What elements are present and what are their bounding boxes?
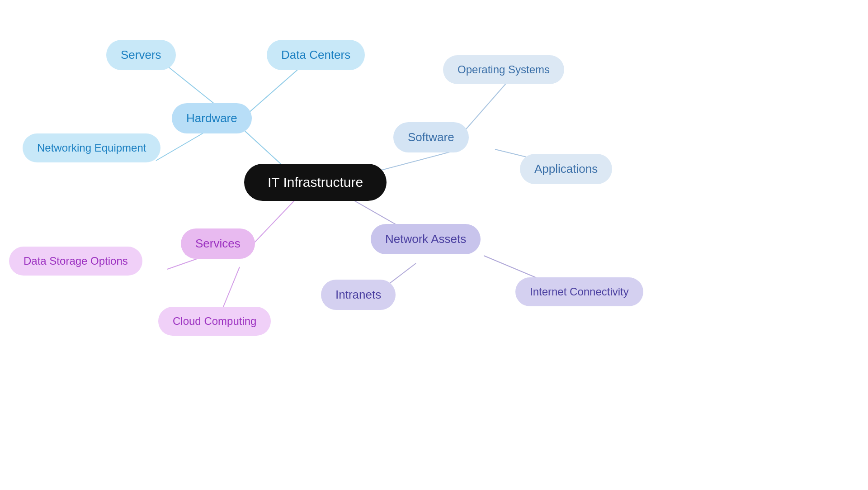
intranets-node: Intranets xyxy=(321,280,396,310)
datacenters-node: Data Centers xyxy=(267,40,365,70)
networkassets-node: Network Assets xyxy=(371,224,481,254)
svg-line-5 xyxy=(460,81,509,136)
servers-node: Servers xyxy=(106,40,176,70)
software-node: Software xyxy=(393,122,469,152)
datastorage-node: Data Storage Options xyxy=(9,247,142,276)
os-node: Operating Systems xyxy=(443,55,564,84)
hardware-node: Hardware xyxy=(172,103,252,133)
services-node: Services xyxy=(181,228,255,259)
center-node: IT Infrastructure xyxy=(244,164,387,201)
networking-node: Networking Equipment xyxy=(23,133,160,162)
svg-line-3 xyxy=(156,130,208,161)
svg-line-2 xyxy=(244,64,304,117)
internet-node: Internet Connectivity xyxy=(515,277,643,306)
cloud-node: Cloud Computing xyxy=(158,307,271,336)
applications-node: Applications xyxy=(520,154,612,184)
